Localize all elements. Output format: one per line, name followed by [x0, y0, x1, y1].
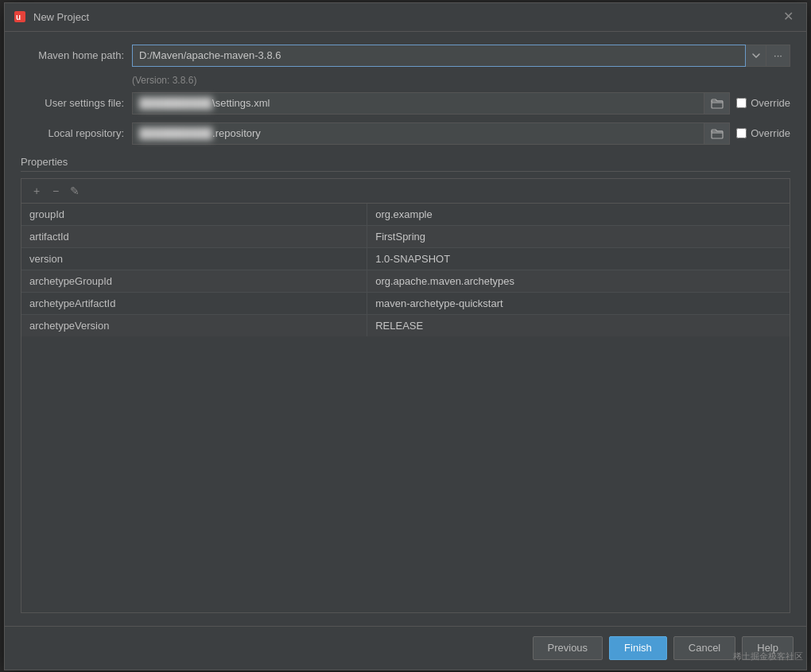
user-settings-browse-btn[interactable]: [704, 92, 730, 115]
property-key: groupId: [21, 204, 367, 226]
edit-property-btn[interactable]: ✎: [66, 182, 83, 200]
user-settings-override-label: Override: [751, 97, 790, 109]
local-repo-label: Local repository:: [21, 127, 132, 139]
maven-home-browse-btn[interactable]: ···: [766, 45, 790, 67]
dialog-footer: Previous Finish Cancel Help: [5, 626, 806, 670]
user-settings-input[interactable]: ██████████ \settings.xml: [132, 92, 704, 115]
property-value: RELEASE: [367, 314, 790, 336]
user-settings-label: User settings file:: [21, 97, 132, 109]
local-repo-input[interactable]: ██████████ .repository: [132, 122, 704, 145]
cancel-button[interactable]: Cancel: [673, 636, 735, 660]
properties-section: Properties + − ✎ groupIdorg.exampleartif…: [21, 153, 790, 613]
previous-button[interactable]: Previous: [533, 636, 603, 660]
property-value: org.apache.maven.archetypes: [367, 270, 790, 292]
dialog-body: Maven home path: ··· (Version: 3.8.6) Us…: [5, 32, 806, 626]
user-settings-input-group: ██████████ \settings.xml Override: [132, 92, 790, 115]
svg-rect-2: [712, 101, 723, 108]
property-value: org.example: [367, 204, 790, 226]
table-row[interactable]: archetypeVersionRELEASE: [21, 314, 790, 336]
maven-version-hint: (Version: 3.8.6): [132, 75, 790, 86]
add-property-btn[interactable]: +: [28, 182, 45, 200]
table-row[interactable]: archetypeArtifactIdmaven-archetype-quick…: [21, 292, 790, 314]
app-icon: u: [13, 10, 27, 24]
table-row[interactable]: groupIdorg.example: [21, 204, 790, 226]
title-bar: u New Project ✕: [5, 3, 806, 32]
property-key: artifactId: [21, 225, 367, 247]
maven-home-label: Maven home path:: [21, 49, 132, 61]
properties-toolbar: + − ✎: [21, 178, 790, 203]
user-settings-row: User settings file: ██████████ \settings…: [21, 92, 790, 115]
local-repo-input-group: ██████████ .repository Override: [132, 122, 790, 145]
user-settings-override-wrap: Override: [736, 97, 790, 109]
local-repo-override-wrap: Override: [736, 127, 790, 139]
property-key: archetypeGroupId: [21, 270, 367, 292]
local-repo-override-checkbox[interactable]: [736, 128, 747, 138]
property-value: maven-archetype-quickstart: [367, 292, 790, 314]
user-settings-override-checkbox[interactable]: [736, 98, 747, 108]
local-repo-override-label: Override: [751, 127, 790, 139]
close-button[interactable]: ✕: [778, 9, 798, 25]
local-repo-suffix: .repository: [212, 127, 261, 139]
property-key: archetypeVersion: [21, 314, 367, 336]
user-settings-suffix: \settings.xml: [212, 97, 270, 109]
finish-button[interactable]: Finish: [609, 636, 667, 660]
property-key: archetypeArtifactId: [21, 292, 367, 314]
svg-rect-3: [712, 131, 723, 138]
property-value: FirstSpring: [367, 225, 790, 247]
maven-home-input-group: ···: [132, 45, 790, 67]
dialog-title: New Project: [33, 11, 778, 23]
property-key: version: [21, 247, 367, 270]
table-row[interactable]: version1.0-SNAPSHOT: [21, 247, 790, 270]
property-value: 1.0-SNAPSHOT: [367, 247, 790, 270]
properties-table: groupIdorg.exampleartifactIdFirstSpringv…: [21, 203, 790, 613]
maven-home-input[interactable]: [132, 45, 746, 67]
new-project-dialog: u New Project ✕ Maven home path: ···: [4, 2, 807, 670]
local-repo-browse-btn[interactable]: [704, 122, 730, 145]
local-repo-row: Local repository: ██████████ .repository: [21, 122, 790, 145]
maven-home-row: Maven home path: ···: [21, 45, 790, 67]
maven-home-dropdown-btn[interactable]: [746, 45, 766, 67]
help-button[interactable]: Help: [742, 636, 794, 660]
remove-property-btn[interactable]: −: [47, 182, 64, 200]
svg-text:u: u: [16, 13, 21, 21]
table-row[interactable]: archetypeGroupIdorg.apache.maven.archety…: [21, 270, 790, 292]
properties-section-title: Properties: [21, 156, 790, 172]
properties-empty-area: [21, 336, 790, 432]
table-row[interactable]: artifactIdFirstSpring: [21, 225, 790, 247]
